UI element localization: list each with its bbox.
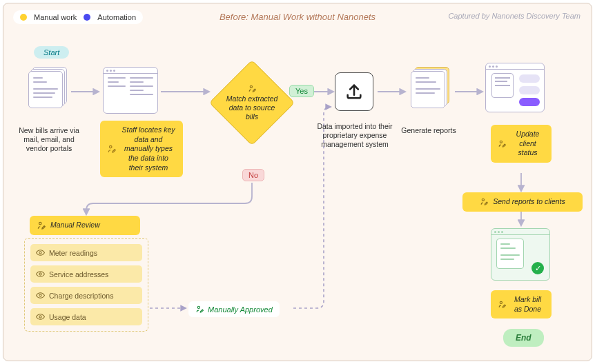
manual-review-title: Manual Review: [50, 221, 100, 230]
end-badge: End: [503, 329, 544, 347]
legend-manual-label: Manual work: [34, 13, 77, 21]
match-diamond: Match extracted data to source bills: [211, 61, 293, 144]
user-pen-icon: [498, 300, 507, 309]
manually-approved-text: Manually Approved: [208, 305, 273, 314]
eye-icon: [36, 248, 45, 257]
legend-manual-dot: [20, 14, 27, 21]
staff-window-icon: [103, 67, 158, 114]
review-item: Meter readings: [30, 244, 142, 261]
review-item: Usage data: [30, 308, 142, 325]
mark-done-text: Mark bill as Done: [511, 295, 545, 314]
update-client-text: Update client status: [511, 130, 545, 158]
legend-automation-label: Automation: [97, 13, 136, 21]
diagram-caption: Captured by Nanonets Discovery Team: [448, 12, 581, 20]
user-pen-icon: [195, 305, 204, 314]
svg-point-9: [500, 141, 502, 143]
legend-automation-dot: [84, 14, 90, 21]
review-item-label: Service addresses: [49, 270, 108, 279]
staff-locates-card: Staff locates key data and manually type…: [100, 121, 183, 177]
svg-point-17: [197, 306, 199, 308]
imported-label: Data imported into their proprietary exp…: [315, 122, 394, 149]
review-item-label: Meter readings: [49, 249, 97, 257]
svg-point-14: [39, 273, 41, 275]
eye-icon: [36, 291, 45, 300]
send-reports-card: Send reports to clients: [462, 192, 583, 212]
diagram-title: Before: Manual Work without Nanonets: [220, 12, 375, 22]
done-window: ✓: [491, 228, 550, 281]
new-bills-icon: [28, 67, 67, 108]
svg-point-13: [39, 252, 41, 254]
start-badge: Start: [34, 46, 69, 59]
yes-badge: Yes: [289, 85, 314, 97]
send-reports-text: Send reports to clients: [493, 197, 565, 207]
manually-approved-badge: Manually Approved: [188, 301, 280, 317]
client-window-icon: [485, 63, 545, 112]
match-diamond-text: Match extracted data to source bills: [223, 94, 281, 121]
user-pen-icon: [480, 197, 489, 206]
new-bills-label: New bills arrive via mail, email, and ve…: [14, 126, 84, 153]
review-item: Charge descriptions: [30, 287, 142, 304]
no-badge: No: [242, 169, 264, 181]
svg-point-7: [250, 85, 252, 88]
review-item: Service addresses: [30, 265, 142, 283]
eye-icon: [36, 270, 45, 279]
check-icon: ✓: [531, 262, 544, 274]
reports-icon: [411, 67, 449, 108]
svg-point-15: [39, 294, 41, 296]
user-pen-icon: [37, 221, 46, 230]
update-client-card: Update client status: [491, 125, 552, 163]
user-pen-icon: [248, 84, 257, 93]
svg-point-12: [39, 222, 42, 225]
manual-review-items: Meter readings Service addresses Charge …: [24, 238, 148, 332]
review-item-label: Usage data: [49, 313, 86, 321]
svg-point-6: [110, 145, 113, 148]
user-pen-icon: [107, 144, 117, 154]
manual-review-card: Manual Review: [30, 216, 140, 235]
upload-icon: [335, 72, 373, 111]
user-pen-icon: [498, 139, 507, 148]
mark-done-card: Mark bill as Done: [491, 290, 552, 318]
svg-point-16: [39, 316, 41, 318]
svg-point-11: [500, 301, 502, 303]
workflow-canvas: Manual work Automation Before: Manual Wo…: [3, 3, 592, 361]
generate-reports-label: Generate reports: [401, 126, 456, 135]
svg-point-10: [482, 199, 485, 201]
legend: Manual work Automation: [13, 10, 143, 24]
eye-icon: [36, 312, 45, 321]
staff-locates-text: Staff locates key data and manually type…: [121, 125, 176, 172]
review-item-label: Charge descriptions: [49, 292, 113, 300]
